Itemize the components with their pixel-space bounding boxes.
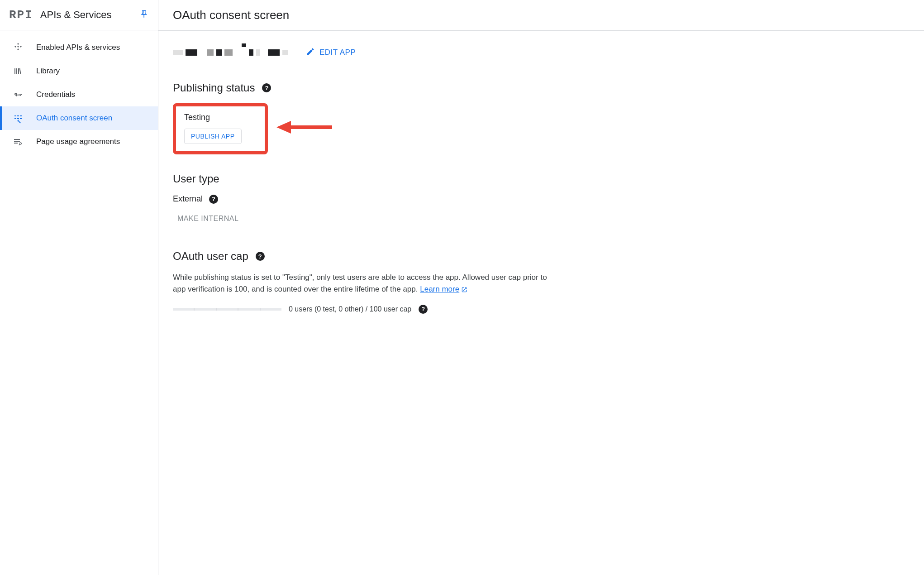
publishing-status-value: Testing: [184, 113, 257, 122]
sidebar-item-label: Page usage agreements: [36, 137, 120, 146]
user-type-value: External ?: [173, 194, 551, 204]
pin-icon[interactable]: [140, 10, 149, 21]
app-name-row: EDIT APP: [173, 45, 551, 60]
help-icon[interactable]: ?: [419, 305, 428, 314]
consent-icon: [13, 113, 24, 124]
arrow-annotation: [276, 118, 334, 138]
main-header: OAuth consent screen: [158, 0, 924, 31]
sidebar-item-label: OAuth consent screen: [36, 114, 112, 123]
edit-app-button[interactable]: EDIT APP: [306, 47, 356, 58]
redacted-app-name: [173, 45, 295, 60]
page-title: OAuth consent screen: [173, 8, 910, 22]
usage-text: 0 users (0 test, 0 other) / 100 user cap: [289, 305, 411, 313]
help-icon[interactable]: ?: [209, 195, 218, 204]
sidebar-item-page-usage[interactable]: Page usage agreements: [0, 130, 158, 153]
learn-more-link[interactable]: Learn more: [420, 283, 467, 295]
publish-app-button[interactable]: PUBLISH APP: [184, 129, 242, 144]
publishing-highlight: Testing PUBLISH APP: [173, 103, 268, 154]
publishing-status-section: Publishing status ? Testing PUBLISH APP: [173, 81, 551, 154]
svg-marker-1: [276, 121, 291, 134]
grid-icon: [13, 42, 24, 53]
sidebar-title: APIs & Services: [40, 9, 133, 21]
key-icon: [13, 89, 24, 100]
external-link-icon: [461, 287, 467, 293]
sidebar: RPI APIs & Services Enabled APIs & servi…: [0, 0, 158, 575]
sidebar-item-credentials[interactable]: Credentials: [0, 83, 158, 106]
user-cap-section: OAuth user cap ? While publishing status…: [173, 250, 551, 314]
user-cap-description: While publishing status is set to "Testi…: [173, 272, 551, 296]
user-cap-heading: OAuth user cap ?: [173, 250, 551, 263]
sidebar-header: RPI APIs & Services: [0, 0, 158, 30]
sidebar-item-label: Credentials: [36, 90, 75, 99]
sidebar-item-enabled-apis[interactable]: Enabled APIs & services: [0, 36, 158, 59]
api-logo: RPI: [9, 8, 33, 22]
usage-bar: [173, 308, 281, 311]
pencil-icon: [306, 47, 315, 58]
sidebar-item-label: Enabled APIs & services: [36, 43, 120, 52]
agreement-icon: [13, 136, 24, 147]
library-icon: [13, 66, 24, 77]
help-icon[interactable]: ?: [256, 252, 265, 261]
user-type-section: User type External ? MAKE INTERNAL: [173, 172, 551, 223]
publishing-heading: Publishing status ?: [173, 81, 551, 94]
sidebar-item-label: Library: [36, 67, 60, 76]
help-icon[interactable]: ?: [262, 83, 271, 92]
nav-list: Enabled APIs & services Library Credenti…: [0, 30, 158, 153]
user-cap-usage-row: 0 users (0 test, 0 other) / 100 user cap…: [173, 305, 551, 314]
edit-app-label: EDIT APP: [319, 48, 356, 57]
user-type-heading: User type: [173, 172, 551, 185]
make-internal-button[interactable]: MAKE INTERNAL: [177, 212, 238, 225]
main-content: OAuth consent screen: [158, 0, 924, 575]
sidebar-item-oauth-consent[interactable]: OAuth consent screen: [0, 106, 158, 130]
sidebar-item-library[interactable]: Library: [0, 59, 158, 83]
